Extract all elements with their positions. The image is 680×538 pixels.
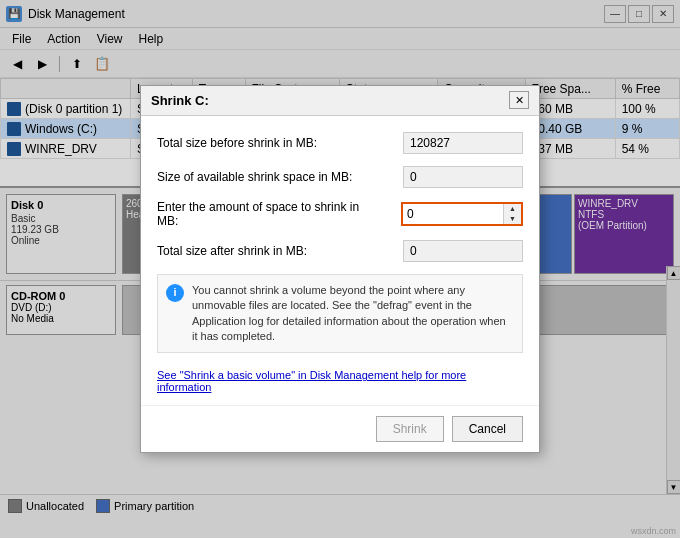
label-total-after: Total size after shrink in MB: (157, 244, 307, 258)
form-row-total-after: Total size after shrink in MB: 0 (157, 240, 523, 262)
spinner-buttons: ▲ ▼ (503, 204, 521, 224)
cancel-button[interactable]: Cancel (452, 416, 523, 442)
shrink-amount-input[interactable] (403, 204, 503, 224)
shrink-button[interactable]: Shrink (376, 416, 444, 442)
shrink-amount-input-container: ▲ ▼ (401, 202, 523, 226)
value-available: 0 (403, 166, 523, 188)
info-box: i You cannot shrink a volume beyond the … (157, 274, 523, 354)
info-icon: i (166, 284, 184, 302)
value-total-after: 0 (403, 240, 523, 262)
spinner-up-button[interactable]: ▲ (504, 204, 521, 214)
dialog-body: Total size before shrink in MB: 120827 S… (141, 116, 539, 406)
value-total-before: 120827 (403, 132, 523, 154)
label-available: Size of available shrink space in MB: (157, 170, 352, 184)
info-text: You cannot shrink a volume beyond the po… (192, 284, 506, 342)
dialog-footer: Shrink Cancel (141, 405, 539, 452)
help-link[interactable]: See "Shrink a basic volume" in Disk Mana… (157, 369, 523, 393)
spinner-down-button[interactable]: ▼ (504, 214, 521, 224)
label-total-before: Total size before shrink in MB: (157, 136, 317, 150)
label-shrink-amount: Enter the amount of space to shrink in M… (157, 200, 377, 228)
dialog-overlay: Shrink C: ✕ Total size before shrink in … (0, 0, 680, 538)
form-row-shrink-amount: Enter the amount of space to shrink in M… (157, 200, 523, 228)
dialog-title: Shrink C: (151, 93, 209, 108)
info-content: You cannot shrink a volume beyond the po… (192, 283, 514, 345)
form-row-total-before: Total size before shrink in MB: 120827 (157, 132, 523, 154)
dialog-title-bar: Shrink C: ✕ (141, 86, 539, 116)
dialog-close-button[interactable]: ✕ (509, 91, 529, 109)
form-row-available: Size of available shrink space in MB: 0 (157, 166, 523, 188)
shrink-dialog: Shrink C: ✕ Total size before shrink in … (140, 85, 540, 454)
